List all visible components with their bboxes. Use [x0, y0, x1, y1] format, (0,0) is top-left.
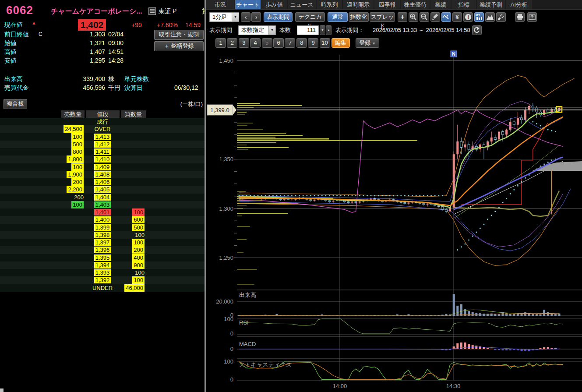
tab-4[interactable]: ニュース: [288, 0, 316, 9]
price-chart[interactable]: N1,4501,3501,3001,2501,399.014:0014:30出来…: [206, 49, 582, 392]
tab-8[interactable]: 株主優待: [401, 0, 430, 9]
spread-button[interactable]: スプレッド: [370, 12, 395, 22]
price-level[interactable]: 成行: [97, 118, 108, 125]
count-down-spinner[interactable]: ▼: [320, 25, 325, 35]
order-book-row[interactable]: 1,9001,408: [0, 171, 205, 178]
order-book-row[interactable]: 2001,406: [0, 178, 205, 186]
crosshair-icon[interactable]: +: [398, 12, 407, 22]
price-level[interactable]: 1,401: [94, 209, 111, 215]
order-book-row[interactable]: 2,2001,405: [0, 186, 205, 193]
order-book-row[interactable]: 1,394900: [0, 261, 205, 269]
document-icon[interactable]: [148, 7, 156, 15]
price-level[interactable]: 1,403: [94, 201, 111, 208]
order-book-row[interactable]: 1,8001,410: [0, 155, 205, 163]
price-level[interactable]: 1,392: [94, 277, 111, 283]
chart-preset-10[interactable]: 10: [320, 38, 330, 48]
price-level[interactable]: 1,398: [94, 232, 111, 238]
order-book-row[interactable]: 1,397100: [0, 239, 205, 246]
order-book-row[interactable]: 8001,411: [0, 148, 205, 155]
tab-10[interactable]: 指標: [451, 0, 476, 9]
resize-grip[interactable]: [0, 388, 4, 392]
price-level[interactable]: UNDER: [92, 285, 113, 291]
popout-window-button[interactable]: [527, 12, 537, 22]
trade-caution-button[interactable]: 取引注意・規制: [154, 30, 204, 40]
price-level[interactable]: 1,400: [94, 216, 111, 223]
tab-5[interactable]: 時系列: [317, 0, 342, 9]
order-book-row[interactable]: 1001,403: [0, 201, 205, 208]
my-chart-icon[interactable]: MY: [474, 12, 484, 22]
price-level[interactable]: 1,393: [94, 269, 111, 276]
price-level[interactable]: 1,410: [94, 156, 111, 162]
price-level[interactable]: 1,397: [94, 239, 111, 246]
register-dropdown-button[interactable]: 登録 ▼: [356, 38, 379, 48]
chart-preset-6[interactable]: 6: [273, 38, 284, 48]
mountain-chart-icon[interactable]: [485, 12, 495, 22]
info-icon[interactable]: i: [463, 12, 473, 22]
order-book-row[interactable]: 1,399500: [0, 224, 205, 231]
print-button[interactable]: [515, 12, 525, 22]
price-level[interactable]: 1,399: [94, 224, 111, 231]
normal-button[interactable]: 通常: [328, 12, 348, 22]
price-level[interactable]: 1,409: [94, 164, 111, 170]
chart-preset-3[interactable]: 3: [239, 38, 249, 48]
count-input[interactable]: 111: [297, 25, 319, 35]
interval-select[interactable]: 1分足▼: [209, 12, 239, 22]
price-level[interactable]: 1,405: [94, 186, 111, 193]
prev-button[interactable]: ‹: [241, 12, 250, 22]
order-book-row[interactable]: 24,500OVER: [0, 125, 205, 133]
price-level[interactable]: 1,408: [94, 171, 111, 178]
tab-2[interactable]: チャート: [235, 0, 261, 9]
tab-12[interactable]: AI分析: [506, 0, 532, 9]
order-book-row[interactable]: 1,393100: [0, 269, 205, 276]
tab-6[interactable]: 適時開示: [343, 0, 374, 9]
order-book-row[interactable]: 1,400600: [0, 216, 205, 223]
pencil-icon[interactable]: [430, 12, 440, 22]
add-watchlist-button[interactable]: ＋ 銘柄登録: [154, 41, 204, 51]
price-level[interactable]: 1,404: [94, 194, 111, 201]
tab-7[interactable]: 四季報: [374, 0, 400, 9]
chart-preset-1[interactable]: 1: [215, 38, 226, 48]
indexed-button[interactable]: 指数化: [349, 12, 369, 22]
price-level[interactable]: 1,406: [94, 179, 111, 185]
price-level[interactable]: 1,413: [94, 134, 111, 140]
tab-3[interactable]: 歩み値: [261, 0, 287, 9]
count-up-spinner[interactable]: ▲: [326, 25, 332, 35]
order-book-row[interactable]: 1001,409: [0, 163, 205, 171]
order-book-row[interactable]: 5001,412: [0, 141, 205, 148]
order-book-row[interactable]: 2001,404: [0, 194, 205, 201]
trendline-icon[interactable]: [441, 12, 451, 22]
count-mode-select[interactable]: 本数指定▼: [238, 25, 276, 35]
order-book-row[interactable]: 1,395400: [0, 254, 205, 261]
technical-button[interactable]: テクニカル: [295, 12, 325, 22]
price-level[interactable]: 1,412: [94, 141, 111, 148]
tab-11[interactable]: 業績予測: [477, 0, 505, 9]
yen-icon[interactable]: ¥: [452, 12, 462, 22]
order-book-row[interactable]: 1,396200: [0, 246, 205, 254]
price-level[interactable]: 1,394: [94, 262, 111, 268]
chart-preset-7[interactable]: 7: [285, 38, 295, 48]
price-level[interactable]: OVER: [95, 126, 111, 132]
order-book-row[interactable]: 1,398100: [0, 231, 205, 239]
order-book-row[interactable]: 1001,413: [0, 133, 205, 141]
chart-preset-4[interactable]: 4: [250, 38, 261, 48]
order-book-row[interactable]: 1,392100: [0, 276, 205, 284]
display-period-button[interactable]: 表示期間: [264, 12, 293, 22]
tab-1[interactable]: 市況: [206, 0, 234, 9]
price-level[interactable]: 1,396: [94, 247, 111, 253]
chart-preset-2[interactable]: 2: [227, 38, 237, 48]
price-level[interactable]: 1,395: [94, 254, 111, 261]
zoom-in-icon[interactable]: [409, 12, 418, 22]
next-button[interactable]: ›: [251, 12, 261, 22]
svg-text:1,450: 1,450: [219, 57, 233, 64]
wrench-icon[interactable]: [496, 12, 506, 22]
edit-button[interactable]: 編集: [332, 38, 350, 48]
chart-preset-8[interactable]: 8: [296, 38, 307, 48]
order-book-row[interactable]: UNDER46,000: [0, 284, 205, 292]
order-book-row[interactable]: 成行: [0, 118, 205, 125]
order-book-row[interactable]: 1,401100: [0, 208, 205, 216]
chart-preset-9[interactable]: 9: [308, 38, 318, 48]
price-level[interactable]: 1,411: [94, 148, 111, 155]
tab-9[interactable]: 業績: [430, 0, 451, 9]
reset-range-button[interactable]: [472, 25, 482, 35]
composite-board-button[interactable]: 複合板: [4, 99, 27, 109]
